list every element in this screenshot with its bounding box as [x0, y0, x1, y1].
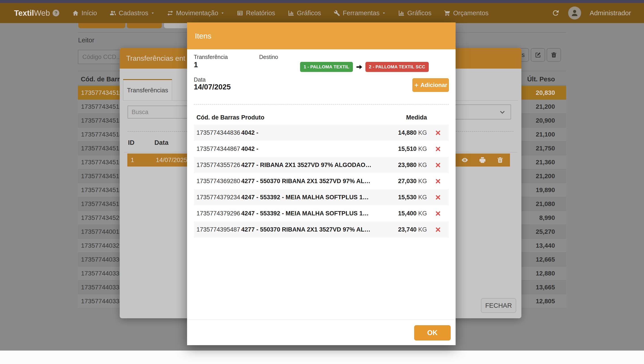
printer-icon[interactable] [479, 156, 486, 164]
item-barcode-cell: 1735774369280 [194, 178, 241, 185]
nav-item-label: Movimentação [176, 10, 218, 17]
nav-menu-item[interactable]: Gráficos [398, 10, 432, 17]
transfer-date-cell: 14/07/2025 [156, 156, 187, 164]
current-user-label: Administrador [590, 9, 631, 17]
last-weight-cell: 21,200 [536, 172, 566, 180]
nav-item-icon [237, 10, 243, 16]
item-product-cell: 4277 - 550370 RIBANA 2X1 3527VD 97% ALGO… [241, 226, 376, 233]
background-button-partial[interactable] [78, 23, 125, 28]
eye-icon[interactable] [461, 156, 468, 164]
date-column-header: Data [154, 139, 168, 146]
item-measure-cell: 23,740 KG [376, 226, 427, 233]
item-barcode-cell: 1735774395487 [194, 226, 241, 233]
plus-icon [414, 83, 419, 88]
last-weight-cell: 20,900 [536, 117, 566, 124]
logo-text: TextilWeb [14, 9, 50, 18]
item-product-cell: 4277 - 550370 RIBANA 2X1 3527VD 97% ALGO… [241, 178, 376, 185]
app-window: TextilWeb ? Início Cadastros [0, 0, 644, 364]
caret-down-icon [382, 12, 386, 15]
ok-button[interactable]: OK [414, 325, 451, 340]
last-weight-cell: 12,665 [536, 256, 566, 263]
tab-transferencias[interactable]: Transferências [123, 79, 172, 101]
itens-modal: Itens Transferência 1 Destino 1 - PALLOM… [187, 23, 456, 345]
destino-label: Destino [259, 54, 278, 60]
help-icon[interactable]: ? [52, 10, 59, 16]
nav-menu-item[interactable]: Cadastros [110, 10, 154, 17]
last-weight-cell: 12,880 [536, 270, 566, 277]
x-icon [435, 162, 441, 168]
x-icon [435, 178, 441, 184]
add-item-button[interactable]: Adicionar [412, 78, 449, 92]
delete-button[interactable] [547, 48, 561, 62]
date-label: Data [194, 76, 206, 83]
trash-icon [550, 52, 557, 58]
nav-menu: Início Cadastros Movimentação [72, 10, 488, 17]
remove-item-button[interactable] [427, 211, 449, 216]
remove-item-button[interactable] [427, 195, 449, 200]
nav-menu-item[interactable]: Ferramentas [334, 10, 386, 17]
nav-item-label: Orçamentos [453, 10, 488, 17]
transfer-route: 1 - PALLOMA TEXTIL 2 - PALLOMA TEXTIL SC… [300, 62, 429, 72]
last-weight-cell: 19,890 [536, 187, 566, 194]
nav-item-icon [398, 10, 404, 16]
remove-item-button[interactable] [427, 227, 449, 232]
item-product-cell: 4247 - 553392 - MEIA MALHA SOFTPLUS 1801… [241, 210, 376, 217]
last-weight-cell: 13,665 [536, 284, 566, 291]
item-measure-cell: 27,030 KG [376, 178, 427, 185]
trash-icon[interactable] [496, 156, 504, 164]
itens-modal-title: Itens [195, 32, 212, 40]
item-barcode-cell: 1735774379296 [194, 210, 241, 217]
nav-item-icon [334, 10, 340, 16]
item-row: 1735774395487 4277 - 550370 RIBANA 2X1 3… [194, 222, 449, 238]
fechar-button[interactable]: FECHAR [481, 298, 516, 313]
items-table: 1735774344836 4042 - 14,880 KG 173577434… [194, 125, 449, 238]
item-measure-cell: 15,510 KG [376, 145, 427, 152]
x-icon [435, 146, 441, 152]
last-weight-cell: 21,200 [536, 103, 566, 110]
avatar[interactable] [568, 7, 581, 20]
item-measure-cell: 23,980 KG [376, 162, 427, 168]
nav-menu-item[interactable]: Orçamentos [444, 10, 488, 17]
person-icon [570, 9, 579, 17]
remove-item-button[interactable] [427, 146, 449, 152]
caret-down-icon [151, 12, 154, 15]
item-barcode-cell: 1735774344836 [194, 129, 241, 136]
refresh-icon[interactable] [552, 9, 560, 17]
nav-menu-item[interactable]: Movimentação [167, 10, 224, 17]
id-column-header: ID [128, 139, 134, 146]
x-icon [435, 227, 441, 232]
pencil-square-icon [534, 52, 541, 58]
nav-menu-item[interactable]: Início [72, 10, 97, 17]
item-row: 1735774344867 4042 - 15,510 KG [194, 141, 449, 157]
last-weight-cell: 21,750 [536, 145, 566, 152]
last-weight-cell: 12,805 [536, 298, 566, 305]
last-weight-cell: 13,440 [536, 242, 566, 249]
remove-item-button[interactable] [427, 162, 449, 168]
remove-item-button[interactable] [427, 178, 449, 184]
x-icon [435, 130, 441, 136]
background-button-partial[interactable] [127, 23, 162, 28]
nav-menu-item[interactable]: Relatórios [237, 10, 275, 17]
item-barcode-cell: 1735774379234 [194, 194, 241, 201]
items-table-header: Cód. de Barras Produto Medida [194, 112, 449, 123]
nav-item-label: Ferramentas [343, 10, 380, 17]
nav-item-icon [167, 10, 174, 16]
measure-column-header: Medida [376, 114, 427, 121]
remove-item-button[interactable] [427, 130, 449, 136]
main-navbar: TextilWeb ? Início Cadastros [0, 3, 644, 23]
app-logo[interactable]: TextilWeb ? [14, 9, 59, 18]
nav-menu-item[interactable]: Gráficos [288, 10, 321, 17]
x-icon [435, 211, 441, 216]
item-row: 1735774379234 4247 - 553392 - MEIA MALHA… [194, 189, 449, 205]
barcode-column-header: Cód. de Barras [194, 114, 241, 121]
button-label: s [522, 52, 525, 59]
itens-modal-header: Itens [187, 23, 456, 49]
page-bottom-area [0, 350, 644, 364]
edit-button[interactable] [531, 48, 545, 62]
item-product-cell: 4042 - [241, 145, 376, 152]
date-value: 14/07/2025 [194, 83, 231, 91]
nav-item-icon [288, 10, 294, 16]
chevron-down-icon [499, 109, 506, 115]
item-barcode-cell: 1735774344867 [194, 145, 241, 152]
item-product-cell: 4277 - RIBANA 2X1 3527VD 97% ALGODAO 3% … [241, 162, 376, 168]
